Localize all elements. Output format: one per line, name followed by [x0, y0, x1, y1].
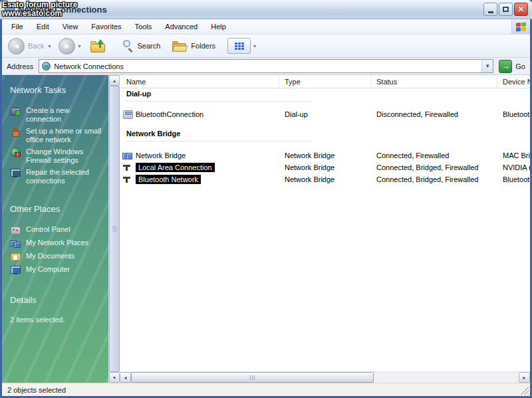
list-horizontal-scrollbar[interactable]: ◄ ► [120, 371, 530, 383]
control-panel-icon [10, 225, 21, 235]
home-network-icon [10, 126, 21, 137]
back-dropdown-icon[interactable]: ▾ [48, 43, 51, 49]
menu-view[interactable]: View [56, 21, 85, 33]
network-places-icon [10, 238, 21, 249]
maximize-icon [503, 7, 509, 12]
go-button[interactable]: → [499, 60, 512, 73]
column-device-name[interactable]: Device N [497, 75, 530, 88]
close-button[interactable]: ✕ [514, 3, 528, 16]
bridge-icon [122, 151, 133, 160]
up-folder-icon [90, 44, 105, 52]
menu-help[interactable]: Help [204, 21, 233, 33]
column-name[interactable]: Name [120, 75, 279, 88]
menu-file[interactable]: File [5, 21, 30, 33]
sidebar-scrollbar[interactable]: ▲ ▼ [108, 75, 120, 383]
watermark-line2: www.esato.com [2, 9, 77, 18]
views-dropdown-icon[interactable]: ▾ [253, 43, 256, 49]
section-details: Details [10, 295, 103, 305]
views-button[interactable] [227, 38, 251, 54]
minimize-icon [488, 11, 493, 13]
forward-dropdown-icon[interactable]: ▾ [78, 43, 80, 49]
column-status[interactable]: Status [371, 75, 497, 88]
sidebar-item-create-connection[interactable]: Create a new connection [10, 106, 103, 124]
go-arrow-icon: → [501, 61, 510, 71]
selected-row-label: Bluetooth Network [136, 175, 201, 184]
row-bluetooth-connection[interactable]: BluetoothConnection Dial-up Disconnected… [120, 108, 530, 120]
adapter-icon [122, 175, 133, 184]
back-icon: ◄ [8, 38, 25, 54]
status-bar: 2 objects selected [2, 383, 530, 396]
task-pane: Network Tasks Create a new connection Se… [2, 75, 108, 383]
menu-bar: File Edit View Favorites Tools Advanced … [2, 19, 530, 35]
new-connection-icon [10, 106, 21, 116]
sidebar-scrollbar-thumb[interactable] [109, 86, 120, 372]
column-type[interactable]: Type [279, 75, 371, 88]
horizontal-scrollbar-thumb[interactable] [131, 372, 374, 383]
group-header-network-bridge: Network Bridge [126, 130, 311, 142]
search-label: Search [138, 42, 161, 50]
close-icon: ✕ [517, 5, 524, 14]
my-documents-icon [10, 251, 21, 262]
menu-tools[interactable]: Tools [128, 21, 159, 33]
sidebar-item-my-network-places[interactable]: My Network Places [10, 238, 103, 249]
search-icon [121, 39, 134, 52]
sidebar-item-control-panel[interactable]: Control Panel [10, 225, 103, 235]
group-header-dialup: Dial-up [126, 90, 311, 102]
resize-grip[interactable] [521, 387, 529, 395]
section-network-tasks: Network Tasks [10, 85, 103, 95]
folders-icon [172, 41, 188, 52]
sidebar-item-my-computer[interactable]: My Computer [10, 264, 103, 275]
folders-button[interactable]: Folders [160, 41, 215, 52]
back-label: Back [28, 42, 44, 50]
adapter-icon [122, 163, 133, 172]
scroll-up-icon[interactable]: ▲ [109, 75, 120, 86]
windows-flag-icon [516, 22, 526, 31]
toolbar: ◄ Back ▾ ► ▾ Search Folders [2, 35, 530, 58]
connections-list: Name Type Status Device N Dial-up Blueto… [120, 75, 530, 383]
network-connections-icon [42, 62, 51, 70]
views-grid-icon [235, 43, 244, 50]
address-input-box[interactable]: ▼ [39, 59, 493, 73]
dialup-device-icon [122, 110, 133, 119]
address-dropdown-button[interactable]: ▼ [481, 60, 493, 72]
title-bar[interactable]: Network Connections ✕ [0, 0, 532, 19]
scroll-right-icon[interactable]: ► [519, 372, 530, 383]
status-text: 2 objects selected [7, 386, 66, 394]
back-button[interactable]: ◄ Back ▾ [8, 38, 53, 54]
folders-label: Folders [191, 42, 215, 50]
minimize-button[interactable] [483, 3, 497, 16]
section-other-places: Other Places [10, 204, 103, 214]
forward-icon: ► [59, 38, 75, 54]
row-local-area-connection[interactable]: Local Area Connection Network Bridge Con… [120, 161, 530, 173]
my-computer-icon [10, 264, 21, 275]
sidebar-item-home-network[interactable]: Set up a home or small office network [10, 126, 103, 144]
firewall-globe-icon [10, 147, 21, 157]
address-bar: Address ▼ → Go [2, 58, 530, 75]
go-label: Go [515, 62, 525, 70]
windows-logo [511, 19, 530, 34]
address-input[interactable] [54, 62, 481, 70]
details-text: 2 items selected. [10, 316, 103, 324]
menu-favorites[interactable]: Favorites [84, 21, 128, 33]
window: Network Connections ✕ Esato forum pictur… [0, 0, 532, 398]
column-headers: Name Type Status Device N [120, 75, 530, 88]
address-label: Address [7, 62, 33, 70]
forward-button[interactable]: ► ▾ [59, 38, 83, 54]
sidebar-item-repair-connections[interactable]: Repair the selected connections [10, 167, 103, 185]
menu-advanced[interactable]: Advanced [158, 21, 204, 33]
sidebar-item-my-documents[interactable]: My Documents [10, 251, 103, 262]
up-folder-button[interactable] [90, 39, 106, 52]
row-network-bridge[interactable]: Network Bridge Network Bridge Connected,… [120, 149, 530, 161]
scroll-down-icon[interactable]: ▼ [109, 372, 120, 383]
menu-edit[interactable]: Edit [30, 21, 56, 33]
watermark: Esato forum picture www.esato.com [2, 1, 77, 18]
maximize-button[interactable] [499, 3, 513, 16]
search-button[interactable]: Search [121, 39, 161, 52]
selected-row-label: Local Area Connection [136, 163, 215, 172]
scroll-left-icon[interactable]: ◄ [120, 372, 131, 383]
content-area: Network Tasks Create a new connection Se… [2, 75, 530, 383]
sidebar-item-firewall-settings[interactable]: Change Windows Firewall settings [10, 147, 103, 165]
repair-connection-icon [10, 167, 21, 178]
row-bluetooth-network[interactable]: Bluetooth Network Network Bridge Connect… [120, 173, 530, 185]
